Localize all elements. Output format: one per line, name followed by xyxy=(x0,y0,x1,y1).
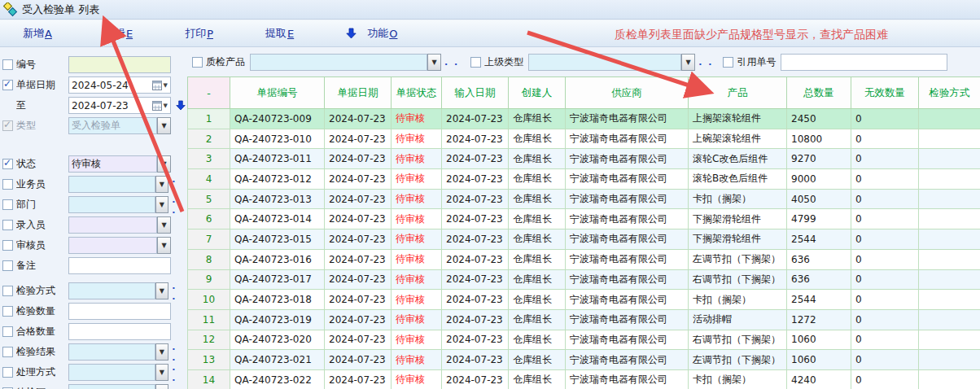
salesperson-dropdown-button[interactable]: ▼ xyxy=(155,176,169,193)
table-cell[interactable]: QA-240723-014 xyxy=(230,209,325,229)
table-cell[interactable]: 宁波瑞奇电器有限公司 xyxy=(566,290,689,310)
table-row[interactable]: 6QA-240723-0142024-07-23待审核2024-07-23仓库组… xyxy=(188,209,980,229)
status-field[interactable]: 待审核 xyxy=(68,155,157,173)
row-number-cell[interactable]: 8 xyxy=(188,249,230,269)
table-cell[interactable]: 待审核 xyxy=(392,129,442,149)
table-cell[interactable]: 0 xyxy=(851,189,919,209)
table-row[interactable]: 9QA-240723-0172024-07-23待审核2024-07-23仓库组… xyxy=(188,269,980,290)
table-cell[interactable]: 2024-07-23 xyxy=(442,229,509,250)
table-cell[interactable]: 待审核 xyxy=(392,229,442,250)
handle-method-field[interactable] xyxy=(68,364,155,381)
column-header[interactable]: - xyxy=(188,77,230,109)
table-cell[interactable]: 0 xyxy=(851,290,919,310)
table-cell[interactable]: 仓库组长 xyxy=(509,269,566,290)
table-cell[interactable]: QA-240723-017 xyxy=(230,269,325,290)
table-cell[interactable]: 宁波瑞奇电器有限公司 xyxy=(566,149,689,169)
row-number-cell[interactable]: 7 xyxy=(188,229,230,250)
table-cell[interactable]: 2024-07-23 xyxy=(325,249,392,269)
table-cell[interactable]: 2024-07-23 xyxy=(442,269,509,290)
row-number-cell[interactable]: 1 xyxy=(188,109,230,129)
calendar-dropdown-icon[interactable]: ▼ xyxy=(164,103,168,109)
table-cell[interactable]: 2024-07-23 xyxy=(325,269,392,290)
function-button[interactable]: 功能O xyxy=(346,26,397,41)
table-cell[interactable]: 滚轮C改色后组件 xyxy=(689,149,787,169)
table-cell[interactable]: 仓库组长 xyxy=(509,330,566,350)
column-header[interactable]: 单据编号 xyxy=(230,77,325,109)
table-cell[interactable]: 2024-07-23 xyxy=(442,209,509,229)
table-cell[interactable]: QA-240723-012 xyxy=(230,169,325,190)
table-cell[interactable] xyxy=(919,269,980,290)
table-cell[interactable]: QA-240723-022 xyxy=(230,369,325,389)
auditor-dropdown-button[interactable]: ▼ xyxy=(157,237,171,254)
table-cell[interactable]: 2024-07-23 xyxy=(442,350,509,370)
handle-method-checkbox[interactable] xyxy=(2,367,13,378)
table-cell[interactable]: 2024-07-23 xyxy=(325,169,392,190)
table-cell[interactable]: QA-240723-011 xyxy=(230,149,325,169)
pass-qty-field[interactable] xyxy=(68,323,171,340)
table-row[interactable]: 4QA-240723-0122024-07-23待审核2024-07-23仓库组… xyxy=(188,169,980,190)
table-cell[interactable]: 0 xyxy=(851,369,919,389)
table-cell[interactable]: 卡扣（搁架） xyxy=(689,290,787,310)
table-cell[interactable]: 滚轮B改色后组件 xyxy=(689,169,787,190)
column-header[interactable]: 单据日期 xyxy=(325,77,392,109)
table-cell[interactable]: 卡扣（搁架） xyxy=(689,369,787,389)
pass-qty-checkbox[interactable] xyxy=(2,326,13,337)
table-cell[interactable]: 宁波瑞奇电器有限公司 xyxy=(566,369,689,389)
ref-number-input[interactable] xyxy=(781,54,947,71)
salesperson-more-button[interactable]: . . xyxy=(172,174,186,195)
table-cell[interactable]: 2024-07-23 xyxy=(325,109,392,129)
calendar-dropdown-icon[interactable]: ▼ xyxy=(164,82,168,89)
qc-product-dropdown-button[interactable]: ▼ xyxy=(427,54,441,71)
row-number-cell[interactable]: 14 xyxy=(188,369,230,389)
qc-product-more-button[interactable]: . . xyxy=(444,57,459,68)
column-header[interactable]: 创建人 xyxy=(509,77,566,109)
table-cell[interactable]: 待审核 xyxy=(392,290,442,310)
doc-date-from-checkbox[interactable] xyxy=(2,80,13,90)
table-cell[interactable]: 2024-07-23 xyxy=(442,129,509,149)
row-number-cell[interactable]: 4 xyxy=(188,169,230,190)
department-more-button[interactable]: . . xyxy=(172,194,186,216)
pending-area-more-button[interactable]: . . xyxy=(172,382,186,389)
print-button[interactable]: 打印P xyxy=(185,26,213,41)
table-cell[interactable]: 仓库组长 xyxy=(509,369,566,389)
table-row[interactable]: 7QA-240723-0152024-07-23待审核2024-07-23仓库组… xyxy=(188,229,980,250)
qc-product-checkbox[interactable] xyxy=(192,57,203,68)
table-cell[interactable]: 下搁架滑轮组件 xyxy=(689,209,787,229)
table-cell[interactable]: QA-240723-019 xyxy=(230,309,325,330)
auditor-field[interactable] xyxy=(68,237,157,254)
inspect-method-checkbox[interactable] xyxy=(2,286,13,296)
table-cell[interactable] xyxy=(919,109,980,129)
row-number-cell[interactable]: 2 xyxy=(188,129,230,149)
remark-field[interactable] xyxy=(68,257,171,274)
table-cell[interactable] xyxy=(919,369,980,389)
table-cell[interactable]: 仓库组长 xyxy=(509,209,566,229)
table-cell[interactable]: 2544 xyxy=(787,229,851,250)
table-cell[interactable]: 宁波瑞奇电器有限公司 xyxy=(566,350,689,370)
table-cell[interactable]: 宁波瑞奇电器有限公司 xyxy=(566,189,689,209)
table-cell[interactable]: 0 xyxy=(851,129,919,149)
table-cell[interactable] xyxy=(919,129,980,149)
table-cell[interactable]: 右调节扣（下搁架） xyxy=(689,330,787,350)
calendar-icon[interactable] xyxy=(152,81,162,90)
table-cell[interactable]: 仓库组长 xyxy=(509,249,566,269)
table-cell[interactable]: 2024-07-23 xyxy=(442,109,509,129)
table-row[interactable]: 2QA-240723-0102024-07-23待审核2024-07-23仓库组… xyxy=(188,129,980,149)
row-number-cell[interactable]: 6 xyxy=(188,209,230,229)
table-cell[interactable]: 仓库组长 xyxy=(509,129,566,149)
table-cell[interactable] xyxy=(919,350,980,370)
column-header[interactable]: 产品 xyxy=(689,77,787,109)
parent-type-field[interactable] xyxy=(528,54,681,71)
extract-button[interactable]: 提取E xyxy=(265,26,294,41)
table-cell[interactable]: 右调节扣（下搁架） xyxy=(689,269,787,290)
table-cell[interactable]: 待审核 xyxy=(392,169,442,190)
table-cell[interactable] xyxy=(919,209,980,229)
table-cell[interactable]: 0 xyxy=(851,330,919,350)
row-number-cell[interactable]: 3 xyxy=(188,149,230,169)
table-cell[interactable]: 2024-07-23 xyxy=(325,309,392,330)
inspect-method-dropdown-button[interactable]: ▼ xyxy=(155,282,169,299)
inspect-result-field[interactable] xyxy=(68,343,155,361)
row-number-cell[interactable]: 9 xyxy=(188,269,230,290)
row-number-cell[interactable]: 12 xyxy=(188,330,230,350)
table-cell[interactable]: 仓库组长 xyxy=(509,189,566,209)
table-cell[interactable]: 1272 xyxy=(787,309,851,330)
